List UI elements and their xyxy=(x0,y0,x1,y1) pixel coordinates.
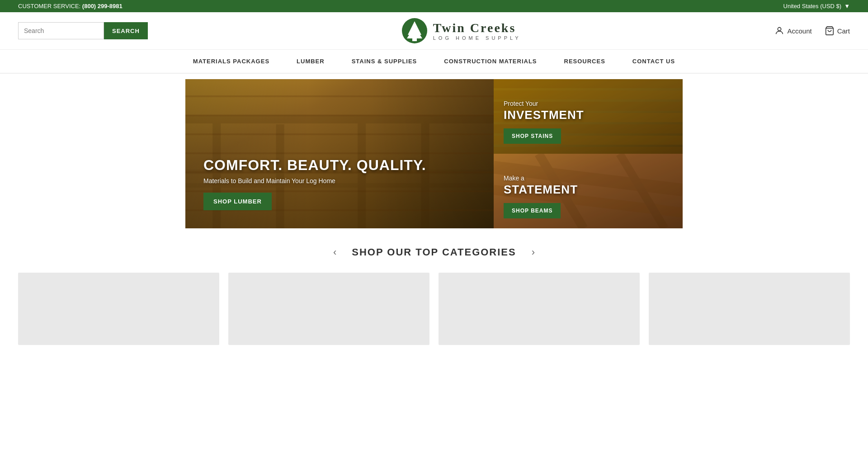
shop-lumber-button[interactable]: SHOP LUMBER xyxy=(203,193,272,210)
nav-stains-supplies[interactable]: STAINS & SUPPLIES xyxy=(338,50,431,73)
hero-main-panel: COMFORT. BEAUTY. QUALITY. Materials to B… xyxy=(185,79,494,228)
svg-rect-13 xyxy=(494,79,683,88)
category-card-4[interactable] xyxy=(649,273,850,345)
region-selector[interactable]: United States (USD $) ▼ xyxy=(783,3,850,9)
logo-title: Twin Creeks xyxy=(433,21,516,35)
cart-icon xyxy=(825,26,835,36)
categories-next-button[interactable]: › xyxy=(527,245,539,260)
nav-construction-materials[interactable]: CONSTRUCTION MATERIALS xyxy=(430,50,550,73)
logo-text-group: Twin Creeks LOG HOME SUPPLY xyxy=(433,21,521,41)
hero-main-title: COMFORT. BEAUTY. QUALITY. xyxy=(203,157,426,174)
nav-contact-us[interactable]: CONTACT US xyxy=(619,50,689,73)
categories-title: SHOP OUR TOP CATEGORIES xyxy=(352,246,516,258)
search-button[interactable]: SEARCH xyxy=(104,22,148,39)
phone-link[interactable]: (800) 299-8981 xyxy=(82,3,123,9)
shop-beams-button[interactable]: SHOP BEAMS xyxy=(504,203,561,218)
shop-stains-button[interactable]: SHOP STAINS xyxy=(504,128,561,144)
svg-rect-19 xyxy=(494,147,683,154)
chevron-down-icon: ▼ xyxy=(844,3,850,9)
category-card-3[interactable] xyxy=(439,273,640,345)
svg-rect-3 xyxy=(412,38,417,41)
header-actions: Account Cart xyxy=(774,26,850,36)
site-logo[interactable]: Twin Creeks LOG HOME SUPPLY xyxy=(401,18,521,44)
hero-statement-panel: Make a STATEMENT SHOP BEAMS xyxy=(494,154,683,228)
svg-rect-10 xyxy=(185,115,494,123)
nav-lumber[interactable]: LUMBER xyxy=(283,50,338,73)
logo-subtitle: LOG HOME SUPPLY xyxy=(433,35,521,41)
search-form: SEARCH xyxy=(18,22,148,39)
customer-service: CUSTOMER SERVICE: (800) 299-8981 xyxy=(18,3,123,9)
main-nav: MATERIALS PACKAGES LUMBER STAINS & SUPPL… xyxy=(0,50,868,74)
tree-icon xyxy=(401,18,428,44)
hero-side-panels: Protect Your INVESTMENT SHOP STAINS Make… xyxy=(494,79,683,228)
hero-statement-pretitle: Make a xyxy=(504,175,578,182)
hero-main-content: COMFORT. BEAUTY. QUALITY. Materials to B… xyxy=(203,157,426,210)
categories-grid xyxy=(18,273,850,345)
hero-investment-panel: Protect Your INVESTMENT SHOP STAINS xyxy=(494,79,683,154)
hero-main-subtitle: Materials to Build and Maintain Your Log… xyxy=(203,177,426,184)
site-header: SEARCH Twin Creeks LOG HOME SUPPLY xyxy=(0,12,868,50)
top-bar: CUSTOMER SERVICE: (800) 299-8981 United … xyxy=(0,0,868,12)
nav-materials-packages[interactable]: MATERIALS PACKAGES xyxy=(179,50,283,73)
hero-investment-content: Protect Your INVESTMENT SHOP STAINS xyxy=(504,100,584,144)
svg-rect-14 xyxy=(494,90,683,99)
hero-section: COMFORT. BEAUTY. QUALITY. Materials to B… xyxy=(185,79,683,228)
account-button[interactable]: Account xyxy=(774,26,811,36)
svg-point-4 xyxy=(778,28,781,31)
region-label: United States (USD $) xyxy=(783,3,842,9)
category-card-2[interactable] xyxy=(228,273,429,345)
categories-header: ‹ SHOP OUR TOP CATEGORIES › xyxy=(18,245,850,260)
account-label: Account xyxy=(787,27,811,35)
account-icon xyxy=(774,26,784,36)
cart-label: Cart xyxy=(837,27,850,35)
hero-investment-title: INVESTMENT xyxy=(504,108,584,122)
hero-statement-content: Make a STATEMENT SHOP BEAMS xyxy=(504,175,578,218)
cart-button[interactable]: Cart xyxy=(825,26,850,36)
hero-investment-pretitle: Protect Your xyxy=(504,100,584,107)
nav-resources[interactable]: RESOURCES xyxy=(551,50,619,73)
categories-prev-button[interactable]: ‹ xyxy=(329,245,341,260)
search-input[interactable] xyxy=(18,22,104,39)
category-card-1[interactable] xyxy=(18,273,219,345)
customer-service-label: CUSTOMER SERVICE: xyxy=(18,3,80,9)
categories-section: ‹ SHOP OUR TOP CATEGORIES › xyxy=(0,228,868,354)
hero-statement-title: STATEMENT xyxy=(504,183,578,197)
